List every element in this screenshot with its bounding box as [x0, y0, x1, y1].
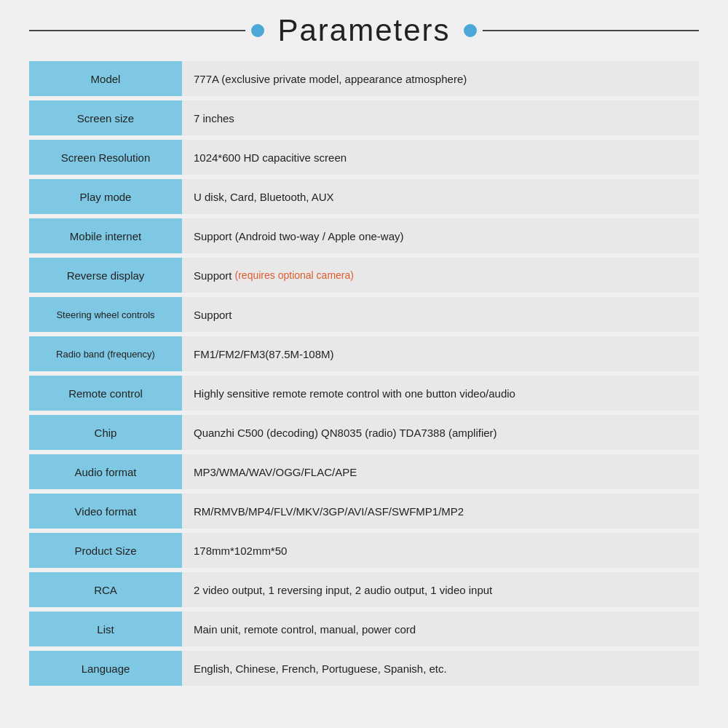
param-label: RCA: [29, 572, 182, 607]
params-table: Model777A (exclusive private model, appe…: [29, 61, 699, 688]
param-value: Support (Android two-way / Apple one-way…: [182, 218, 699, 253]
param-label: Reverse display: [29, 258, 182, 293]
param-label: Product Size: [29, 533, 182, 568]
param-value: MP3/WMA/WAV/OGG/FLAC/APE: [182, 454, 699, 489]
param-label: Mobile internet: [29, 218, 182, 253]
param-value: English, Chinese, French, Portuguese, Sp…: [182, 651, 699, 686]
page: Parameters Model777A (exclusive private …: [0, 0, 728, 728]
param-note: (requires optional camera): [235, 269, 354, 281]
param-label: Steering wheel controls: [29, 297, 182, 332]
header-line-left: [29, 30, 245, 31]
table-row: RCA2 video output, 1 reversing input, 2 …: [29, 572, 699, 607]
table-row: Steering wheel controlsSupport: [29, 297, 699, 332]
table-row: Mobile internetSupport (Android two-way …: [29, 218, 699, 253]
param-label: Radio band (frequency): [29, 336, 182, 371]
param-value: 7 inches: [182, 100, 699, 135]
table-row: Audio formatMP3/WMA/WAV/OGG/FLAC/APE: [29, 454, 699, 489]
param-value: Quanzhi C500 (decoding) QN8035 (radio) T…: [182, 415, 699, 450]
param-label: Play mode: [29, 179, 182, 214]
table-row: ChipQuanzhi C500 (decoding) QN8035 (radi…: [29, 415, 699, 450]
param-label: Screen size: [29, 100, 182, 135]
param-value: U disk, Card, Bluetooth, AUX: [182, 179, 699, 214]
param-label: Model: [29, 61, 182, 96]
param-value: Highly sensitive remote remote control w…: [182, 376, 699, 411]
param-value: Support: [182, 297, 699, 332]
param-label: Video format: [29, 494, 182, 529]
table-row: Screen Resolution1024*600 HD capacitive …: [29, 140, 699, 175]
table-row: ListMain unit, remote control, manual, p…: [29, 612, 699, 646]
table-row: Screen size7 inches: [29, 100, 699, 135]
table-row: Remote controlHighly sensitive remote re…: [29, 376, 699, 411]
param-value: 178mm*102mm*50: [182, 533, 699, 568]
param-value: Support(requires optional camera): [182, 258, 699, 293]
header-dot-left: [251, 24, 264, 37]
table-row: Model777A (exclusive private model, appe…: [29, 61, 699, 96]
table-row: Product Size178mm*102mm*50: [29, 533, 699, 568]
param-value: RM/RMVB/MP4/FLV/MKV/3GP/AVI/ASF/SWFMP1/M…: [182, 494, 699, 529]
page-title: Parameters: [270, 13, 457, 48]
param-value: FM1/FM2/FM3(87.5M-108M): [182, 336, 699, 371]
table-row: Radio band (frequency)FM1/FM2/FM3(87.5M-…: [29, 336, 699, 371]
table-row: Play modeU disk, Card, Bluetooth, AUX: [29, 179, 699, 214]
param-label: Screen Resolution: [29, 140, 182, 175]
table-row: Reverse displaySupport(requires optional…: [29, 258, 699, 293]
header-dot-right: [464, 24, 477, 37]
param-value: 777A (exclusive private model, appearanc…: [182, 61, 699, 96]
param-value: 2 video output, 1 reversing input, 2 aud…: [182, 572, 699, 607]
param-label: List: [29, 612, 182, 646]
param-value: Main unit, remote control, manual, power…: [182, 612, 699, 646]
table-row: Video formatRM/RMVB/MP4/FLV/MKV/3GP/AVI/…: [29, 494, 699, 529]
header: Parameters: [29, 13, 699, 48]
param-value: 1024*600 HD capacitive screen: [182, 140, 699, 175]
param-label: Audio format: [29, 454, 182, 489]
table-row: LanguageEnglish, Chinese, French, Portug…: [29, 651, 699, 686]
param-label: Language: [29, 651, 182, 686]
param-label: Chip: [29, 415, 182, 450]
header-line-right: [483, 30, 699, 31]
param-label: Remote control: [29, 376, 182, 411]
